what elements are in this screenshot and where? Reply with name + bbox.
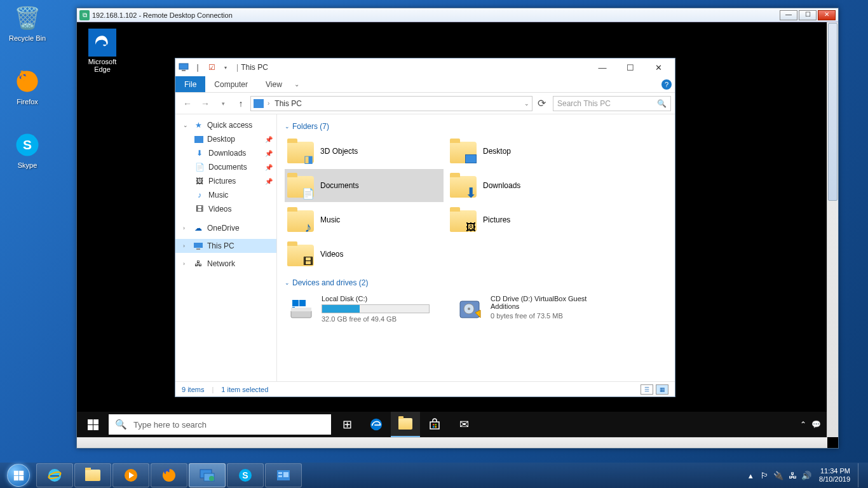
cd-icon [456,295,484,323]
nav-desktop[interactable]: Desktop📌 [175,132,276,146]
folders-group-header[interactable]: ⌄Folders (7) [280,119,672,133]
drive-cd-d[interactable]: CD Drive (D:) VirtualBox Guest Additions… [454,292,619,325]
music-icon: ♪ [301,220,315,234]
forward-button[interactable]: → [197,95,214,112]
taskbar-app[interactable] [265,463,302,487]
nav-downloads[interactable]: ⬇Downloads📌 [175,146,276,160]
desktop-icon-firefox[interactable]: Firefox [4,66,51,105]
taskbar-ie[interactable] [36,463,73,487]
explorer-titlebar[interactable]: | ☑ ▾ | This PC — ☐ ✕ [175,58,675,76]
breadcrumb-this-pc[interactable]: This PC [272,98,304,109]
taskbar-explorer[interactable] [391,412,420,437]
taskbar-explorer[interactable] [74,463,111,487]
folder-music[interactable]: ♪Music [285,203,444,236]
folder-3d-objects[interactable]: ◨3D Objects [285,135,444,168]
folder-pictures[interactable]: 🖼Pictures [447,203,606,236]
nav-pictures[interactable]: 🖼Pictures📌 [175,174,276,188]
action-center-flag-icon[interactable]: 🏳 [759,470,770,480]
drive-free-text: 32.0 GB free of 49.4 GB [322,315,447,323]
ribbon: File Computer View ⌄ ? [175,76,675,93]
minimize-button[interactable]: — [588,58,616,76]
network-icon[interactable]: 🖧 [787,470,797,480]
desktop-icon-label: Microsoft Edge [82,58,123,73]
drives-group-header[interactable]: ⌄Devices and drives (2) [280,276,672,290]
address-bar[interactable]: › This PC ⌄ [250,96,532,111]
rdp-titlebar[interactable]: ⧉ 192.168.1.102 - Remote Desktop Connect… [77,8,838,22]
tray-expand-icon[interactable]: ⌃ [800,420,806,429]
horizontal-scrollbar[interactable] [77,437,827,448]
svg-rect-9 [292,300,299,306]
remote-system-tray[interactable]: ⌃ 💬 [800,420,826,429]
nav-music[interactable]: ♪Music [175,188,276,202]
navigation-pane: ⌄★Quick access Desktop📌 ⬇Downloads📌 📄Doc… [175,114,277,381]
start-button[interactable] [78,412,107,437]
search-input[interactable]: Search This PC 🔍 [553,96,671,111]
minimize-button[interactable]: — [780,10,797,20]
svg-rect-33 [278,472,282,474]
svg-rect-34 [278,475,282,477]
tab-computer[interactable]: Computer [205,76,257,92]
volume-icon[interactable]: 🔊 [801,470,811,480]
taskbar-edge[interactable] [362,412,391,437]
taskbar-search[interactable]: 🔍 Type here to search [109,414,331,435]
remote-desktop-area: Microsoft Edge | ☑ ▾ | This PC — ☐ ✕ [77,22,827,437]
drive-name: CD Drive (D:) VirtualBox Guest Additions [491,295,616,310]
tiles-view-button[interactable]: ▦ [656,384,668,395]
start-button[interactable] [1,463,36,488]
refresh-button[interactable]: ⟳ [534,96,549,111]
svg-rect-5 [194,243,203,248]
nav-network[interactable]: ›🖧Network [175,257,276,271]
search-icon: 🔍 [657,99,667,108]
taskbar-mail[interactable]: ✉ [449,412,478,437]
taskbar-clock[interactable]: 11:34 PM 8/10/2019 [815,467,854,484]
power-icon[interactable]: 🔌 [773,470,783,480]
scrollbar-thumb[interactable] [828,23,837,201]
tray-expand-icon[interactable]: ▴ [745,470,756,480]
nav-videos[interactable]: 🎞Videos [175,202,276,216]
clock-time: 11:34 PM [819,467,850,475]
help-button[interactable]: ? [658,76,675,92]
tab-view[interactable]: View [257,76,291,92]
taskbar-skype[interactable]: S [227,463,264,487]
up-button[interactable]: ↑ [233,95,249,112]
task-view-button[interactable]: ⊞ [332,412,362,437]
folder-videos[interactable]: 🎞Videos [285,238,444,271]
status-bar: 9 items | 1 item selected ☰ ▦ [175,381,675,396]
back-button[interactable]: ← [179,95,196,112]
folder-desktop[interactable]: Desktop [447,135,606,168]
close-button[interactable]: ✕ [818,10,836,20]
video-icon: 🎞 [301,255,315,269]
nav-onedrive[interactable]: ›☁OneDrive [175,221,276,235]
tab-file[interactable]: File [175,76,205,92]
pc-icon [254,99,264,108]
show-desktop-button[interactable] [858,463,863,487]
qat-dropdown-icon[interactable]: ▾ [220,62,231,73]
rdp-title-text: 192.168.1.102 - Remote Desktop Connectio… [92,11,233,19]
taskbar-store[interactable] [420,412,449,437]
ribbon-expand-icon[interactable]: ⌄ [291,76,302,92]
desktop-icon-edge[interactable]: Microsoft Edge [82,29,123,73]
properties-icon[interactable]: ☑ [206,62,217,73]
maximize-button[interactable]: ☐ [616,58,644,76]
document-icon: 📄 [194,162,205,172]
nav-documents[interactable]: 📄Documents📌 [175,160,276,174]
drive-local-disk-c[interactable]: Local Disk (C:) 32.0 GB free of 49.4 GB [285,292,450,325]
svg-rect-19 [435,424,437,426]
close-button[interactable]: ✕ [644,58,672,76]
status-item-count: 9 items [182,386,204,393]
desktop-icon-skype[interactable]: S Skype [4,130,51,169]
recent-dropdown[interactable]: ▾ [215,95,231,112]
rdp-icon: ⧉ [79,10,90,20]
details-view-button[interactable]: ☰ [641,384,653,395]
nav-this-pc[interactable]: ›This PC [175,239,276,253]
folder-documents[interactable]: 📄Documents [285,169,444,202]
nav-quick-access[interactable]: ⌄★Quick access [175,118,276,132]
action-center-icon[interactable]: 💬 [811,420,821,429]
taskbar-media-player[interactable] [112,463,149,487]
desktop-icon-recycle-bin[interactable]: 🗑️ Recycle Bin [4,3,51,42]
maximize-button[interactable]: ☐ [799,10,817,20]
folder-downloads[interactable]: ⬇Downloads [447,169,606,202]
taskbar-rdp[interactable] [189,463,226,487]
taskbar-firefox[interactable] [151,463,187,487]
capacity-bar [322,304,430,313]
